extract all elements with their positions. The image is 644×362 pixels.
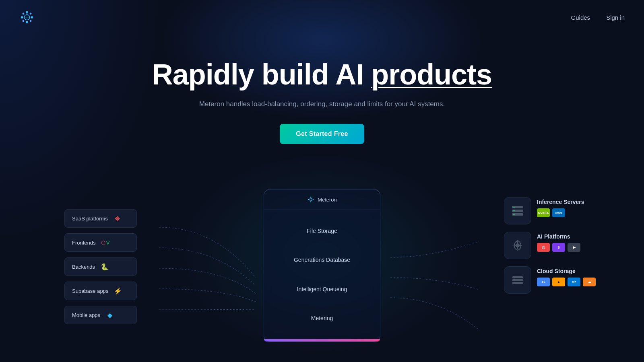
gcp-badge: G	[537, 278, 550, 286]
aws-badge: ▲	[552, 278, 565, 286]
mobile-icon: ◆	[105, 310, 115, 320]
hero-title-part1: Rapidly build AI	[152, 58, 371, 90]
svg-point-22	[516, 243, 520, 247]
hero-subtitle: Meteron handles load-balancing, ordering…	[0, 99, 644, 109]
center-item-metering: Metering	[272, 312, 372, 325]
navbar: Guides Sign in	[0, 0, 644, 35]
svg-point-2	[26, 21, 28, 24]
cloud-storage-info: Cloud Storage G ▲ Az ☁	[537, 266, 596, 286]
ai-platforms-title: AI Platforms	[537, 233, 580, 240]
right-card-inference: Inference Servers NVIDIA intel	[504, 197, 596, 224]
svg-point-13	[310, 202, 312, 203]
inference-title: Inference Servers	[537, 199, 584, 205]
left-item-backends: Backends 🐍	[64, 257, 137, 276]
cloud-storage-title: Cloud Storage	[537, 268, 596, 274]
nvidia-badge: NVIDIA	[537, 208, 550, 217]
center-box-bottom-bar	[264, 339, 380, 341]
saas-icon: ❋	[113, 214, 122, 223]
cloud-storage-logos: G ▲ Az ☁	[537, 278, 596, 286]
center-header-label: Meteron	[318, 197, 337, 203]
svg-point-5	[23, 13, 25, 15]
backends-icon: 🐍	[100, 262, 109, 272]
left-item-mobile-label: Mobile apps	[72, 312, 100, 318]
left-item-saas-label: SaaS platforms	[72, 216, 108, 222]
svg-point-14	[308, 199, 309, 200]
other-ai-badge: ▶	[568, 243, 580, 252]
hero-title-part2: products	[371, 58, 492, 90]
center-item-file-storage: File Storage	[272, 224, 372, 237]
ai-platforms-icon-box	[504, 232, 531, 259]
cloud-storage-icon-box	[504, 266, 531, 294]
guides-link[interactable]: Guides	[571, 14, 590, 21]
left-item-backends-label: Backends	[72, 264, 95, 270]
svg-point-7	[23, 20, 25, 22]
cta-button[interactable]: Get Started Free	[280, 124, 364, 144]
svg-rect-21	[513, 214, 515, 215]
svg-point-12	[310, 197, 312, 198]
left-connectors-svg	[143, 205, 276, 350]
supabase-icon: ⚡	[113, 286, 123, 296]
left-item-supabase: Supabase apps ⚡	[64, 282, 137, 300]
svg-rect-19	[513, 207, 515, 208]
center-box-header: Meteron	[264, 189, 380, 210]
right-connectors-svg	[390, 209, 515, 354]
center-item-queueing: Intelligent Queueing	[272, 283, 372, 296]
svg-point-8	[30, 20, 32, 22]
svg-point-3	[21, 16, 23, 19]
svg-point-1	[26, 11, 28, 14]
right-card-cloud-storage: Cloud Storage G ▲ Az ☁	[504, 266, 596, 294]
ai-platforms-info: AI Platforms ◎ $ ▶	[537, 232, 580, 252]
frontends-icon: ⬡ V	[101, 238, 110, 247]
diagram-area: SaaS platforms ❋ Frontends ⬡ V Backends …	[0, 189, 644, 362]
center-box: Meteron File Storage Generations Databas…	[264, 189, 380, 342]
right-cards: Inference Servers NVIDIA intel AI Platfo…	[504, 197, 596, 294]
svg-point-11	[310, 198, 312, 201]
logo-icon	[19, 10, 35, 25]
left-item-frontends: Frontends ⬡ V	[64, 233, 137, 252]
left-item-supabase-label: Supabase apps	[72, 288, 108, 294]
cf-badge: ☁	[583, 278, 596, 286]
svg-rect-23	[512, 276, 523, 278]
left-item-frontends-label: Frontends	[72, 240, 96, 246]
hero-title: Rapidly build AI products	[0, 59, 644, 90]
inference-info: Inference Servers NVIDIA intel	[537, 197, 584, 217]
left-item-saas: SaaS platforms ❋	[64, 209, 137, 228]
svg-point-6	[30, 13, 32, 15]
svg-point-15	[313, 199, 314, 200]
hero-section: Rapidly build AI products Meteron handle…	[0, 35, 644, 144]
svg-rect-20	[513, 210, 515, 211]
left-items: SaaS platforms ❋ Frontends ⬡ V Backends …	[64, 209, 137, 324]
ai-platforms-logos: ◎ $ ▶	[537, 243, 580, 252]
center-items: File Storage Generations Database Intell…	[264, 210, 380, 339]
azure-badge: Az	[568, 278, 580, 286]
center-item-generations-db: Generations Database	[272, 253, 372, 266]
svg-point-4	[31, 16, 33, 19]
intel-badge: intel	[552, 208, 565, 217]
inference-icon-box	[504, 197, 531, 224]
left-item-mobile: Mobile apps ◆	[64, 306, 137, 324]
signin-link[interactable]: Sign in	[606, 14, 625, 21]
logo	[19, 10, 35, 25]
inference-logos: NVIDIA intel	[537, 208, 584, 217]
svg-rect-25	[512, 282, 523, 284]
right-card-ai-platforms: AI Platforms ◎ $ ▶	[504, 232, 596, 259]
openai-badge: ◎	[537, 243, 550, 252]
anthropic-badge: $	[552, 243, 565, 252]
svg-rect-24	[512, 279, 523, 281]
nav-links: Guides Sign in	[571, 14, 625, 21]
